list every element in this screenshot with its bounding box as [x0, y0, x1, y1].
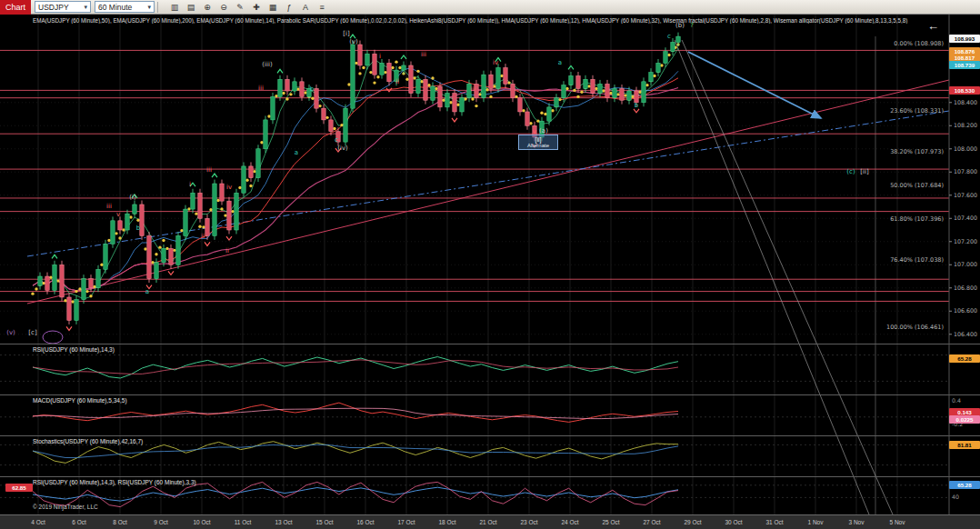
main-chart-indicator-label: EMA(USDJPY (60 Minute),50), EMA(USDJPY (… [33, 17, 942, 24]
svg-text:a: a [145, 288, 149, 295]
chart-canvas[interactable]: 0.00% (108.908)23.60% (108.331)38.20% (1… [0, 0, 980, 514]
zoom-in-icon[interactable]: ⊕ [200, 1, 215, 13]
svg-text:[i]: [i] [343, 30, 350, 37]
svg-text:23.60% (108.331): 23.60% (108.331) [890, 107, 944, 115]
svg-text:c: c [335, 136, 338, 144]
date-label: 24 Oct [561, 519, 578, 525]
svg-text:40: 40 [952, 494, 959, 500]
chart-style-icon[interactable]: ▥ [167, 1, 182, 13]
svg-text:108.400: 108.400 [954, 99, 977, 105]
svg-text:(i): (i) [129, 194, 136, 201]
svg-text:iv: iv [493, 59, 498, 66]
svg-text:ii: ii [395, 78, 399, 85]
date-label: 5 Nov [890, 519, 905, 525]
svg-text:a: a [558, 59, 562, 66]
pencil-draw-icon[interactable]: ✎ [233, 1, 247, 13]
date-label: 11 Oct [235, 519, 252, 525]
svg-text:0.4: 0.4 [952, 397, 961, 404]
scroll-back-arrow-icon[interactable]: ← [927, 20, 939, 32]
svg-text:i: i [189, 181, 191, 188]
date-label: 25 Oct [602, 519, 619, 525]
instrument-select[interactable]: USDJPY ▾ [35, 1, 91, 13]
date-label: 3 Nov [849, 519, 865, 525]
wave-labels: iiiv(i)baiiiiiiivii(iii)iiiabc(iv)[i](v)… [6, 22, 869, 336]
date-label: 6 Oct [72, 519, 86, 525]
date-label: 23 Oct [520, 519, 537, 525]
date-label: 15 Oct [315, 519, 333, 525]
svg-text:iii: iii [421, 51, 426, 58]
alternate-wave-label: [ii] [519, 136, 557, 143]
svg-text:i: i [379, 53, 381, 60]
svg-text:107.000: 107.000 [954, 261, 977, 267]
date-label: 27 Oct [643, 519, 660, 525]
svg-text:v: v [116, 211, 120, 218]
period-value: 60 Minute [98, 3, 132, 12]
panel-indicator-label: RSI(USDJPY (60 Minute),14,3), RSI(USDJPY… [33, 479, 196, 485]
svg-text:61.80% (107.396): 61.80% (107.396) [890, 215, 944, 223]
svg-text:iii: iii [206, 166, 212, 174]
date-label: 1 Nov [808, 519, 824, 525]
chart-tab[interactable]: Chart [0, 0, 31, 15]
svg-text:76.40% (107.038): 76.40% (107.038) [890, 256, 944, 264]
toolbar: Chart USDJPY ▾ 60 Minute ▾ ▥▤⊕⊖✎✚▦ƒA≡ [0, 0, 980, 15]
menu-icon[interactable]: ≡ [315, 1, 329, 13]
svg-text:b: b [136, 225, 141, 232]
svg-text:iii: iii [106, 203, 112, 210]
text-note-icon[interactable]: A [298, 1, 313, 13]
chart-window: 0.00% (108.908)23.60% (108.331)38.20% (1… [0, 0, 980, 529]
bar-type-icon[interactable]: ▤ [184, 1, 198, 13]
date-label: 4 Oct [31, 519, 45, 525]
svg-text:(iii): (iii) [262, 61, 273, 68]
svg-text:ii: ii [201, 233, 205, 240]
zoom-out-icon[interactable]: ⊖ [216, 1, 231, 13]
chevron-down-icon: ▾ [85, 4, 88, 11]
svg-text:ii: ii [225, 247, 229, 255]
date-label: 30 Oct [725, 519, 742, 525]
indicators-icon[interactable]: ƒ [282, 1, 296, 13]
svg-text:(v): (v) [349, 38, 358, 45]
instrument-value: USDJPY [38, 3, 69, 12]
svg-text:b: b [635, 102, 639, 109]
svg-text:(a): (a) [539, 127, 548, 135]
date-axis[interactable]: 4 Oct6 Oct8 Oct9 Oct10 Oct11 Oct13 Oct15… [0, 514, 980, 529]
panel-indicator-label: Stochastics(USDJPY (60 Minute),42,16,7) [33, 438, 143, 444]
panel-indicator-label: MACD(USDJPY (60 Minute),5,34,5) [33, 397, 127, 404]
toolbar-separator [157, 2, 158, 13]
svg-text:107.200: 107.200 [954, 238, 977, 245]
svg-text:108.000: 108.000 [954, 145, 977, 152]
svg-text:a: a [295, 149, 298, 156]
candlesticks [38, 33, 680, 324]
svg-text:(v): (v) [6, 329, 15, 336]
svg-text:(iv): (iv) [337, 145, 348, 152]
date-label: 10 Oct [193, 519, 210, 525]
svg-text:107.800: 107.800 [954, 168, 977, 175]
svg-text:-0.2: -0.2 [952, 421, 963, 427]
date-label: 16 Oct [356, 519, 374, 525]
svg-text:106.600: 106.600 [954, 307, 977, 314]
svg-text:106.400: 106.400 [954, 331, 977, 337]
svg-text:107.400: 107.400 [954, 215, 977, 221]
alternate-text: Alternate [519, 143, 557, 148]
date-label: 13 Oct [275, 519, 292, 525]
alternate-label-box[interactable]: [ii] Alternate [518, 135, 558, 150]
date-label: 8 Oct [113, 519, 127, 525]
svg-text:iv: iv [226, 184, 232, 191]
chevron-down-icon: ▾ [148, 4, 152, 11]
add-panel-icon[interactable]: ▦ [265, 1, 280, 13]
date-label: 31 Oct [765, 519, 783, 525]
svg-text:[c]: [c] [28, 329, 37, 336]
svg-text:c: c [667, 33, 671, 40]
svg-text:106.800: 106.800 [954, 284, 977, 291]
copyright-text: © 2019 NinjaTrader, LLC [33, 504, 98, 510]
toolbar-icons: ▥▤⊕⊖✎✚▦ƒA≡ [166, 1, 330, 13]
svg-text:38.20% (107.973): 38.20% (107.973) [890, 148, 944, 155]
crosshair-icon[interactable]: ✚ [249, 1, 264, 13]
date-label: 17 Oct [397, 519, 415, 525]
svg-text:(c): (c) [846, 168, 855, 175]
period-select[interactable]: 60 Minute ▾ [95, 1, 155, 13]
date-label: 9 Oct [154, 519, 168, 525]
date-label: 21 Oct [479, 519, 496, 525]
svg-text:108.200: 108.200 [954, 122, 977, 128]
svg-text:iii: iii [470, 85, 475, 93]
panel-indicator-label: RSI(USDJPY (60 Minute),14,3) [33, 346, 115, 353]
